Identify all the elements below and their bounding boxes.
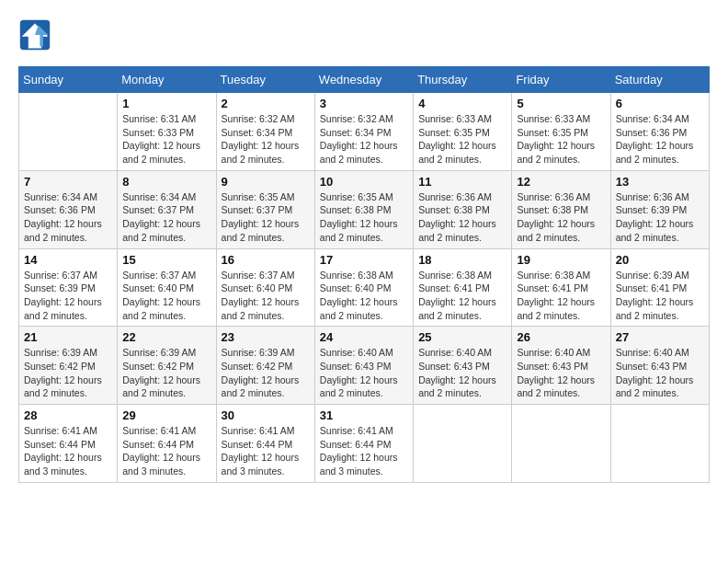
day-info: Sunrise: 6:34 AMSunset: 6:36 PMDaylight:… <box>616 112 704 167</box>
calendar-cell: 5Sunrise: 6:33 AMSunset: 6:35 PMDaylight… <box>512 93 610 171</box>
day-info: Sunrise: 6:31 AMSunset: 6:33 PMDaylight:… <box>122 112 210 167</box>
day-number: 29 <box>122 408 210 422</box>
calendar-cell: 14Sunrise: 6:37 AMSunset: 6:39 PMDayligh… <box>19 248 118 327</box>
day-info: Sunrise: 6:37 AMSunset: 6:39 PMDaylight:… <box>24 269 112 323</box>
day-number: 20 <box>616 253 704 267</box>
calendar-cell: 7Sunrise: 6:34 AMSunset: 6:36 PMDaylight… <box>19 170 118 248</box>
calendar-cell: 11Sunrise: 6:36 AMSunset: 6:38 PMDayligh… <box>414 170 512 248</box>
day-info: Sunrise: 6:41 AMSunset: 6:44 PMDaylight:… <box>24 424 112 478</box>
day-number: 24 <box>320 330 408 344</box>
calendar-week-row: 28Sunrise: 6:41 AMSunset: 6:44 PMDayligh… <box>19 405 710 483</box>
calendar-cell: 12Sunrise: 6:36 AMSunset: 6:38 PMDayligh… <box>512 170 610 248</box>
day-info: Sunrise: 6:40 AMSunset: 6:43 PMDaylight:… <box>517 346 605 400</box>
calendar-cell: 23Sunrise: 6:39 AMSunset: 6:42 PMDayligh… <box>216 327 314 405</box>
day-number: 27 <box>616 330 704 344</box>
day-number: 15 <box>122 253 210 267</box>
day-info: Sunrise: 6:33 AMSunset: 6:35 PMDaylight:… <box>418 112 506 167</box>
calendar-cell: 21Sunrise: 6:39 AMSunset: 6:42 PMDayligh… <box>19 327 118 405</box>
day-info: Sunrise: 6:39 AMSunset: 6:42 PMDaylight:… <box>122 346 210 400</box>
calendar-week-row: 14Sunrise: 6:37 AMSunset: 6:39 PMDayligh… <box>19 248 710 327</box>
day-number: 19 <box>517 253 605 267</box>
calendar-cell: 26Sunrise: 6:40 AMSunset: 6:43 PMDayligh… <box>512 327 610 405</box>
day-info: Sunrise: 6:39 AMSunset: 6:42 PMDaylight:… <box>24 346 112 400</box>
day-number: 7 <box>24 175 112 189</box>
day-number: 25 <box>418 330 506 344</box>
day-number: 11 <box>418 175 506 189</box>
calendar-cell: 19Sunrise: 6:38 AMSunset: 6:41 PMDayligh… <box>512 248 610 327</box>
day-info: Sunrise: 6:33 AMSunset: 6:35 PMDaylight:… <box>517 112 605 167</box>
day-info: Sunrise: 6:36 AMSunset: 6:38 PMDaylight:… <box>517 190 605 245</box>
day-info: Sunrise: 6:38 AMSunset: 6:41 PMDaylight:… <box>517 269 605 323</box>
calendar-cell: 3Sunrise: 6:32 AMSunset: 6:34 PMDaylight… <box>314 93 413 171</box>
calendar-cell: 29Sunrise: 6:41 AMSunset: 6:44 PMDayligh… <box>118 405 216 483</box>
day-info: Sunrise: 6:32 AMSunset: 6:34 PMDaylight:… <box>320 112 408 167</box>
column-header-tuesday: Tuesday <box>216 67 314 93</box>
day-info: Sunrise: 6:35 AMSunset: 6:37 PMDaylight:… <box>222 190 310 245</box>
day-number: 31 <box>320 408 408 422</box>
calendar-cell: 17Sunrise: 6:38 AMSunset: 6:40 PMDayligh… <box>314 248 413 327</box>
column-header-sunday: Sunday <box>19 67 118 93</box>
calendar-cell: 28Sunrise: 6:41 AMSunset: 6:44 PMDayligh… <box>19 405 118 483</box>
day-number: 21 <box>24 330 112 344</box>
calendar-cell: 9Sunrise: 6:35 AMSunset: 6:37 PMDaylight… <box>216 170 314 248</box>
day-info: Sunrise: 6:37 AMSunset: 6:40 PMDaylight:… <box>222 269 310 323</box>
column-header-friday: Friday <box>512 67 610 93</box>
day-number: 28 <box>24 408 112 422</box>
calendar-cell <box>512 405 610 483</box>
day-number: 18 <box>418 253 506 267</box>
day-info: Sunrise: 6:38 AMSunset: 6:41 PMDaylight:… <box>418 269 506 323</box>
calendar-cell: 4Sunrise: 6:33 AMSunset: 6:35 PMDaylight… <box>414 93 512 171</box>
day-info: Sunrise: 6:38 AMSunset: 6:40 PMDaylight:… <box>320 269 408 323</box>
column-header-saturday: Saturday <box>610 67 709 93</box>
calendar-cell: 25Sunrise: 6:40 AMSunset: 6:43 PMDayligh… <box>414 327 512 405</box>
calendar-cell: 30Sunrise: 6:41 AMSunset: 6:44 PMDayligh… <box>216 405 314 483</box>
day-info: Sunrise: 6:41 AMSunset: 6:44 PMDaylight:… <box>122 424 210 478</box>
calendar-cell: 22Sunrise: 6:39 AMSunset: 6:42 PMDayligh… <box>118 327 216 405</box>
calendar-cell <box>610 405 709 483</box>
column-header-thursday: Thursday <box>414 67 512 93</box>
logo-icon <box>18 18 51 52</box>
day-number: 30 <box>222 408 310 422</box>
calendar-week-row: 21Sunrise: 6:39 AMSunset: 6:42 PMDayligh… <box>19 327 710 405</box>
calendar-cell <box>414 405 512 483</box>
day-number: 5 <box>517 97 605 110</box>
column-header-monday: Monday <box>118 67 216 93</box>
calendar-header-row: SundayMondayTuesdayWednesdayThursdayFrid… <box>19 67 710 93</box>
day-info: Sunrise: 6:32 AMSunset: 6:34 PMDaylight:… <box>222 112 310 167</box>
day-info: Sunrise: 6:36 AMSunset: 6:38 PMDaylight:… <box>418 190 506 245</box>
day-number: 16 <box>222 253 310 267</box>
day-info: Sunrise: 6:36 AMSunset: 6:39 PMDaylight:… <box>616 190 704 245</box>
column-header-wednesday: Wednesday <box>314 67 413 93</box>
calendar-cell: 31Sunrise: 6:41 AMSunset: 6:44 PMDayligh… <box>314 405 413 483</box>
day-info: Sunrise: 6:39 AMSunset: 6:41 PMDaylight:… <box>616 269 704 323</box>
day-number: 10 <box>320 175 408 189</box>
day-info: Sunrise: 6:37 AMSunset: 6:40 PMDaylight:… <box>122 269 210 323</box>
calendar-table: SundayMondayTuesdayWednesdayThursdayFrid… <box>18 66 710 483</box>
calendar-week-row: 7Sunrise: 6:34 AMSunset: 6:36 PMDaylight… <box>19 170 710 248</box>
day-number: 17 <box>320 253 408 267</box>
calendar-cell: 6Sunrise: 6:34 AMSunset: 6:36 PMDaylight… <box>610 93 709 171</box>
day-number: 26 <box>517 330 605 344</box>
day-info: Sunrise: 6:34 AMSunset: 6:37 PMDaylight:… <box>122 190 210 245</box>
day-info: Sunrise: 6:34 AMSunset: 6:36 PMDaylight:… <box>24 190 112 245</box>
day-info: Sunrise: 6:40 AMSunset: 6:43 PMDaylight:… <box>320 346 408 400</box>
day-number: 9 <box>222 175 310 189</box>
calendar-cell: 1Sunrise: 6:31 AMSunset: 6:33 PMDaylight… <box>118 93 216 171</box>
calendar-cell: 16Sunrise: 6:37 AMSunset: 6:40 PMDayligh… <box>216 248 314 327</box>
logo <box>18 18 55 52</box>
calendar-cell: 20Sunrise: 6:39 AMSunset: 6:41 PMDayligh… <box>610 248 709 327</box>
calendar-cell: 27Sunrise: 6:40 AMSunset: 6:43 PMDayligh… <box>610 327 709 405</box>
calendar-week-row: 1Sunrise: 6:31 AMSunset: 6:33 PMDaylight… <box>19 93 710 171</box>
calendar-cell: 18Sunrise: 6:38 AMSunset: 6:41 PMDayligh… <box>414 248 512 327</box>
calendar-cell: 2Sunrise: 6:32 AMSunset: 6:34 PMDaylight… <box>216 93 314 171</box>
day-info: Sunrise: 6:40 AMSunset: 6:43 PMDaylight:… <box>616 346 704 400</box>
page-header <box>18 18 710 52</box>
day-info: Sunrise: 6:39 AMSunset: 6:42 PMDaylight:… <box>222 346 310 400</box>
day-info: Sunrise: 6:40 AMSunset: 6:43 PMDaylight:… <box>418 346 506 400</box>
day-number: 12 <box>517 175 605 189</box>
day-number: 8 <box>122 175 210 189</box>
day-number: 4 <box>418 97 506 110</box>
day-info: Sunrise: 6:41 AMSunset: 6:44 PMDaylight:… <box>222 424 310 478</box>
day-number: 1 <box>122 97 210 110</box>
day-number: 13 <box>616 175 704 189</box>
